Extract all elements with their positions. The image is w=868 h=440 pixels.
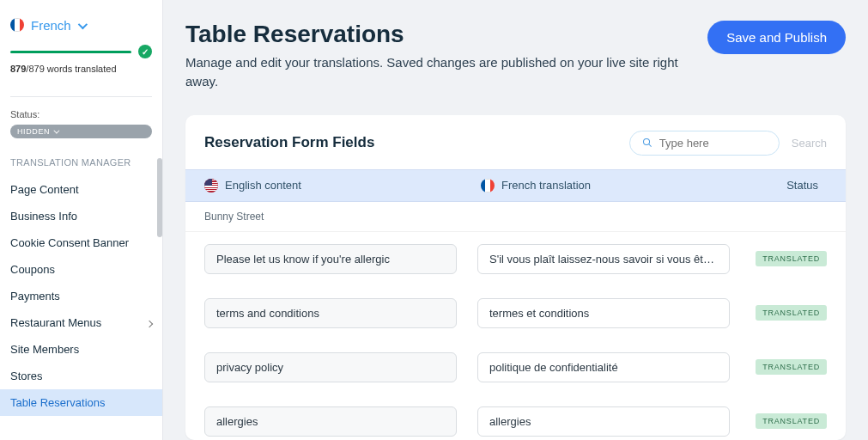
group-label: Bunny Street: [185, 202, 846, 232]
sidebar-item-page-content[interactable]: Page Content: [0, 176, 162, 203]
svg-line-1: [648, 144, 651, 147]
rows-container: Please let us know if you're allergicS'i…: [185, 232, 846, 441]
table-row: privacy policypolitique de confidentiali…: [185, 340, 846, 394]
sidebar: French ✓ 879/879 words translated Status…: [0, 0, 163, 440]
search-input[interactable]: [659, 137, 767, 150]
divider: [10, 96, 152, 97]
search-field[interactable]: [629, 131, 780, 156]
source-cell[interactable]: privacy policy: [204, 352, 457, 382]
save-publish-button[interactable]: Save and Publish: [707, 21, 846, 54]
check-icon: ✓: [138, 45, 152, 58]
french-flag-icon: [481, 179, 495, 192]
form-fields-card: Reservation Form Fields Search English c…: [185, 115, 846, 441]
page-subtitle: Manage and edit your translations. Saved…: [185, 53, 683, 91]
status-badge: TRANSLATED: [756, 305, 827, 321]
target-column-label: French translation: [501, 179, 591, 192]
language-selector[interactable]: French: [10, 17, 152, 33]
source-cell[interactable]: allergies: [204, 406, 457, 437]
target-cell[interactable]: allergies: [477, 406, 730, 437]
progress-bar: ✓: [10, 45, 152, 58]
table-row: terms and conditionstermes et conditions…: [185, 286, 846, 340]
chevron-down-icon: [53, 128, 58, 136]
target-cell[interactable]: politique de confidentialité: [477, 352, 730, 382]
progress-fill: [10, 51, 131, 53]
source-cell[interactable]: terms and conditions: [204, 298, 457, 328]
column-headers: English content French translation Statu…: [185, 169, 846, 202]
status-pill[interactable]: HIDDEN: [10, 125, 152, 138]
sidebar-item-site-members[interactable]: Site Members: [0, 336, 162, 363]
svg-point-0: [643, 138, 649, 144]
source-column-label: English content: [225, 179, 301, 192]
table-row: Please let us know if you're allergicS'i…: [185, 232, 846, 286]
main: Table Reservations Manage and edit your …: [163, 0, 868, 440]
sidebar-item-business-info[interactable]: Business Info: [0, 203, 162, 229]
sidebar-item-payments[interactable]: Payments: [0, 283, 162, 309]
language-name: French: [31, 18, 71, 33]
sidebar-item-table-reservations[interactable]: Table Reservations: [0, 389, 162, 416]
status-badge: TRANSLATED: [756, 251, 827, 266]
us-flag-icon: [204, 179, 218, 192]
status-badge: TRANSLATED: [756, 413, 827, 429]
card-title: Reservation Form Fields: [204, 134, 374, 151]
search-button[interactable]: Search: [792, 137, 827, 150]
status-value: HIDDEN: [17, 127, 50, 136]
nav: TRANSLATION MANAGER Page Content Busines…: [0, 157, 162, 416]
sidebar-item-cookie-banner[interactable]: Cookie Consent Banner: [0, 229, 162, 256]
sidebar-item-restaurant-menus[interactable]: Restaurant Menus: [0, 309, 162, 336]
page-title: Table Reservations: [185, 21, 683, 48]
nav-title: TRANSLATION MANAGER: [0, 157, 162, 176]
target-cell[interactable]: S'il vous plaît laissez-nous savoir si v…: [477, 244, 730, 274]
french-flag-icon: [10, 18, 24, 32]
search-icon: [642, 137, 653, 149]
target-cell[interactable]: termes et conditions: [477, 298, 730, 328]
sidebar-item-coupons[interactable]: Coupons: [0, 256, 162, 283]
status-badge: TRANSLATED: [756, 359, 827, 375]
status-label: Status:: [0, 109, 162, 119]
source-cell[interactable]: Please let us know if you're allergic: [204, 244, 457, 274]
table-row: allergiesallergiesTRANSLATED: [185, 394, 846, 441]
status-column-label: Status: [786, 179, 818, 192]
sidebar-item-stores[interactable]: Stores: [0, 363, 162, 389]
scrollbar[interactable]: [157, 158, 162, 237]
chevron-right-icon: [147, 317, 152, 329]
word-count: 879/879 words translated: [10, 64, 152, 74]
chevron-down-icon: [78, 17, 85, 33]
page-header: Table Reservations Manage and edit your …: [185, 21, 846, 91]
sidebar-item-label: Restaurant Menus: [10, 316, 101, 329]
